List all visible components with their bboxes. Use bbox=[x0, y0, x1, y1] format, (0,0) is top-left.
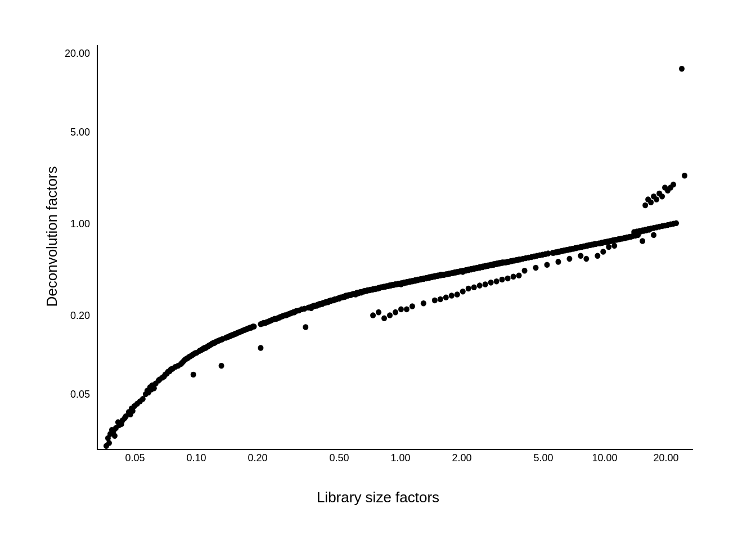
svg-point-184 bbox=[398, 307, 404, 313]
svg-point-470 bbox=[642, 202, 648, 209]
svg-point-311 bbox=[511, 274, 516, 280]
y-tick-4: 20.00 bbox=[65, 48, 90, 60]
svg-point-185 bbox=[381, 315, 387, 321]
svg-point-473 bbox=[659, 194, 665, 200]
x-tick-5: 2.00 bbox=[452, 452, 471, 464]
svg-point-304 bbox=[477, 282, 483, 289]
y-tick-3: 5.00 bbox=[70, 127, 90, 138]
svg-point-416 bbox=[606, 244, 611, 250]
x-tick-6: 5.00 bbox=[533, 452, 553, 464]
svg-point-305 bbox=[488, 280, 494, 286]
svg-point-463 bbox=[651, 232, 656, 238]
scatter-plot bbox=[98, 45, 693, 449]
svg-point-306 bbox=[471, 285, 477, 291]
svg-point-182 bbox=[376, 309, 381, 316]
svg-point-10 bbox=[104, 443, 109, 449]
svg-point-194 bbox=[449, 292, 454, 299]
svg-point-417 bbox=[600, 249, 606, 255]
svg-point-484 bbox=[533, 265, 539, 271]
svg-point-486 bbox=[555, 259, 561, 265]
svg-point-134 bbox=[303, 324, 308, 330]
svg-point-192 bbox=[438, 296, 443, 303]
svg-point-193 bbox=[443, 294, 449, 300]
svg-point-6 bbox=[109, 427, 115, 433]
svg-point-188 bbox=[421, 300, 426, 307]
x-tick-2: 0.20 bbox=[248, 452, 267, 464]
svg-point-415 bbox=[595, 253, 600, 259]
svg-point-482 bbox=[673, 220, 679, 226]
svg-point-465 bbox=[682, 173, 687, 179]
svg-point-485 bbox=[544, 262, 550, 268]
svg-point-302 bbox=[460, 289, 466, 295]
y-tick-2: 1.00 bbox=[70, 218, 90, 230]
svg-point-21 bbox=[122, 415, 128, 421]
x-tick-0: 0.05 bbox=[125, 452, 145, 464]
chart-area bbox=[97, 45, 693, 450]
svg-point-17 bbox=[130, 408, 136, 414]
svg-point-104 bbox=[258, 345, 263, 351]
svg-point-189 bbox=[404, 307, 410, 313]
svg-point-78 bbox=[219, 363, 224, 369]
x-tick-7: 10.00 bbox=[592, 452, 617, 464]
y-tick-0: 0.05 bbox=[70, 389, 90, 400]
svg-point-5 bbox=[112, 433, 118, 439]
x-tick-8: 20.00 bbox=[653, 452, 678, 464]
svg-point-310 bbox=[505, 276, 511, 282]
svg-point-476 bbox=[670, 182, 676, 188]
svg-point-414 bbox=[583, 256, 589, 262]
x-axis-label: Library size factors bbox=[40, 489, 716, 506]
svg-point-471 bbox=[648, 200, 654, 206]
svg-point-103 bbox=[250, 323, 255, 330]
svg-point-195 bbox=[454, 291, 460, 298]
svg-point-487 bbox=[566, 256, 572, 262]
chart-container: Deconvolution factors bbox=[40, 22, 716, 518]
svg-point-309 bbox=[500, 277, 505, 283]
svg-point-488 bbox=[578, 253, 583, 259]
svg-point-186 bbox=[393, 309, 398, 316]
svg-point-472 bbox=[654, 196, 659, 202]
y-tick-1: 0.20 bbox=[70, 310, 90, 322]
svg-point-187 bbox=[410, 303, 415, 309]
svg-point-464 bbox=[679, 66, 685, 72]
svg-point-40 bbox=[156, 377, 161, 384]
svg-point-483 bbox=[522, 268, 528, 274]
svg-point-308 bbox=[494, 278, 500, 285]
svg-point-418 bbox=[611, 243, 617, 249]
y-axis-label: Deconvolution factors bbox=[40, 22, 63, 450]
svg-point-312 bbox=[516, 272, 522, 278]
svg-point-190 bbox=[370, 312, 376, 318]
x-tick-3: 0.50 bbox=[329, 452, 349, 464]
svg-point-462 bbox=[640, 238, 645, 244]
svg-point-183 bbox=[387, 312, 393, 318]
svg-point-307 bbox=[483, 281, 488, 287]
svg-point-77 bbox=[191, 372, 196, 378]
x-tick-4: 1.00 bbox=[390, 452, 410, 464]
x-tick-1: 0.10 bbox=[186, 452, 206, 464]
svg-point-191 bbox=[432, 298, 438, 304]
svg-point-303 bbox=[466, 286, 471, 292]
